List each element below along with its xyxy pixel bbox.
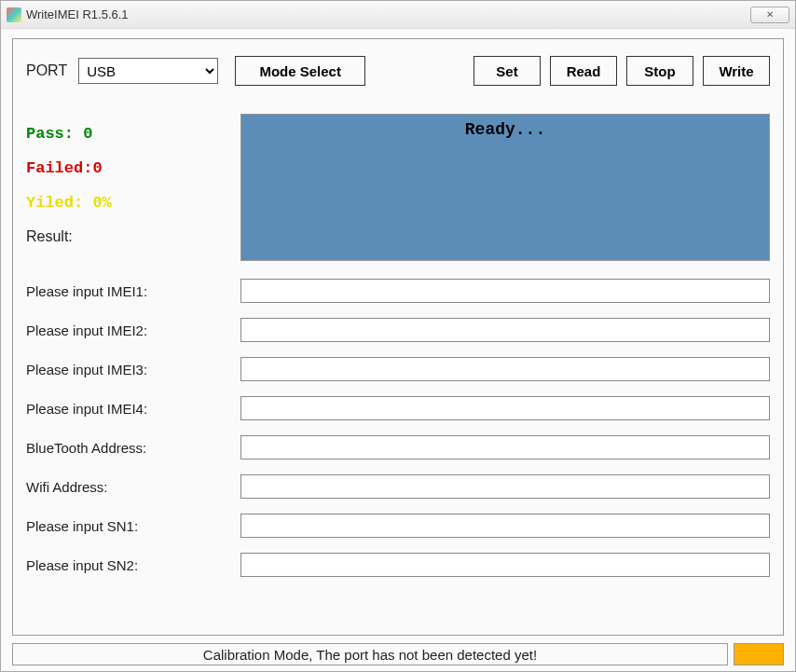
sn2-label: Please input SN2: [26, 557, 240, 573]
bluetooth-row: BlueTooth Address: [26, 435, 770, 459]
stats-column: Pass: 0 Failed:0 Yiled: 0% Result: [26, 114, 222, 262]
bluetooth-input[interactable] [240, 435, 770, 459]
window-title: WriteIMEI R1.5.6.1 [26, 7, 750, 21]
status-indicator [734, 643, 784, 665]
titlebar: WriteIMEI R1.5.6.1 ✕ [1, 1, 795, 29]
yield-label: Yiled: [26, 194, 83, 212]
bluetooth-label: BlueTooth Address: [26, 440, 240, 456]
main-panel: PORT USB Mode Select Set Read Stop Write… [12, 38, 784, 636]
write-button[interactable]: Write [703, 56, 770, 86]
status-row: Pass: 0 Failed:0 Yiled: 0% Result: [26, 114, 770, 262]
failed-stat: Failed:0 [26, 159, 222, 177]
status-display: Ready... [240, 114, 770, 261]
stop-button[interactable]: Stop [626, 56, 693, 86]
status-text: Ready... [465, 120, 545, 139]
imei1-row: Please input IMEI1: [26, 279, 770, 303]
content-area: PORT USB Mode Select Set Read Stop Write… [1, 29, 795, 671]
wifi-row: Wifi Address: [26, 474, 770, 499]
imei3-row: Please input IMEI3: [26, 357, 770, 381]
set-button[interactable]: Set [473, 56, 541, 86]
read-button[interactable]: Read [550, 56, 617, 86]
imei1-label: Please input IMEI1: [26, 283, 240, 299]
app-window: WriteIMEI R1.5.6.1 ✕ PORT USB Mode Selec… [0, 0, 796, 672]
pass-stat: Pass: 0 [26, 125, 222, 143]
app-icon [7, 7, 21, 22]
yield-stat: Yiled: 0% [26, 194, 222, 212]
imei4-label: Please input IMEI4: [26, 401, 240, 417]
imei3-input[interactable] [240, 357, 770, 381]
failed-value: 0 [92, 159, 102, 177]
port-select[interactable]: USB [78, 58, 218, 84]
imei2-row: Please input IMEI2: [26, 318, 770, 342]
wifi-input[interactable] [240, 474, 770, 499]
imei2-label: Please input IMEI2: [26, 322, 240, 338]
sn1-row: Please input SN1: [26, 514, 770, 538]
sn1-input[interactable] [240, 514, 770, 538]
port-label: PORT [26, 62, 67, 79]
wifi-label: Wifi Address: [26, 479, 240, 495]
footer-bar: Calibration Mode, The port has not been … [12, 643, 784, 665]
failed-label: Failed: [26, 159, 92, 177]
result-stat: Result: [26, 228, 222, 245]
sn2-row: Please input SN2: [26, 553, 770, 577]
mode-select-button[interactable]: Mode Select [235, 56, 365, 86]
sn1-label: Please input SN1: [26, 518, 240, 534]
imei3-label: Please input IMEI3: [26, 362, 240, 377]
result-label: Result: [26, 228, 73, 244]
pass-value: 0 [83, 125, 92, 143]
imei1-input[interactable] [240, 279, 770, 303]
toolbar-row: PORT USB Mode Select Set Read Stop Write [26, 56, 770, 86]
imei2-input[interactable] [240, 318, 770, 342]
close-button[interactable]: ✕ [750, 7, 789, 23]
imei4-row: Please input IMEI4: [26, 396, 770, 420]
pass-label: Pass: [26, 125, 74, 143]
action-button-group: Set Read Stop Write [473, 56, 770, 86]
sn2-input[interactable] [240, 553, 770, 577]
yield-value: 0% [92, 194, 111, 212]
input-section: Please input IMEI1: Please input IMEI2: … [26, 279, 770, 577]
footer-message: Calibration Mode, The port has not been … [12, 643, 728, 665]
imei4-input[interactable] [240, 396, 770, 420]
